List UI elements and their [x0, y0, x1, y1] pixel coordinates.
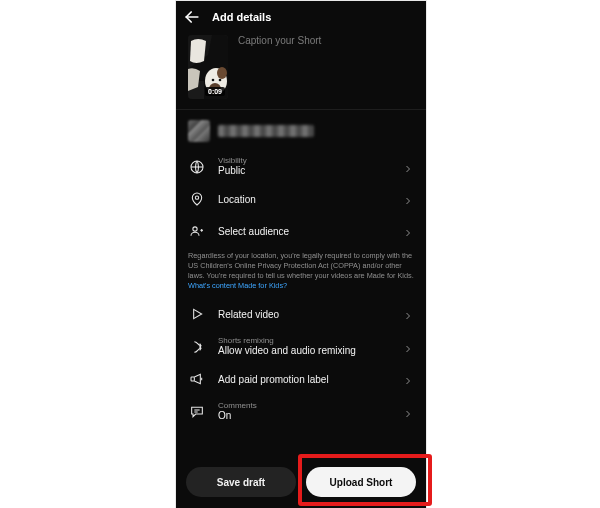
remixing-value: Allow video and audio remixing — [218, 345, 402, 356]
page-title: Add details — [212, 11, 271, 23]
svg-point-9 — [193, 227, 197, 231]
paid-promotion-row[interactable]: Add paid promotion label — [176, 363, 426, 395]
account-name-redacted — [218, 125, 314, 137]
chevron-right-icon — [402, 225, 414, 237]
chevron-right-icon — [402, 193, 414, 205]
related-video-row[interactable]: Related video — [176, 298, 426, 330]
paid-promotion-label: Add paid promotion label — [218, 374, 402, 385]
audience-row[interactable]: Select audience — [176, 215, 426, 247]
visibility-row[interactable]: Visibility Public — [176, 150, 426, 183]
remix-icon — [188, 338, 206, 356]
upload-short-button[interactable]: Upload Short — [306, 467, 416, 497]
avatar — [188, 120, 210, 142]
made-for-kids-link[interactable]: What's content Made for Kids? — [188, 281, 287, 290]
svg-point-3 — [217, 67, 227, 79]
audience-label: Select audience — [218, 226, 402, 237]
chevron-right-icon — [402, 406, 414, 418]
megaphone-icon — [188, 370, 206, 388]
caption-row[interactable]: 0:09 Caption your Short — [176, 31, 426, 109]
chevron-right-icon — [402, 373, 414, 385]
svg-point-8 — [195, 196, 198, 199]
chevron-right-icon — [402, 308, 414, 320]
globe-icon — [188, 158, 206, 176]
arrow-left-icon — [182, 7, 202, 27]
comments-value: On — [218, 410, 402, 421]
video-duration: 0:09 — [205, 87, 225, 96]
top-bar: Add details — [176, 1, 426, 31]
location-row[interactable]: Location — [176, 183, 426, 215]
comments-label: Comments — [218, 402, 402, 410]
comments-row[interactable]: Comments On — [176, 395, 426, 428]
remixing-row[interactable]: Shorts remixing Allow video and audio re… — [176, 330, 426, 363]
back-button[interactable] — [182, 7, 202, 27]
save-draft-button[interactable]: Save draft — [186, 467, 296, 497]
chevron-right-icon — [402, 161, 414, 173]
visibility-label: Visibility — [218, 157, 402, 165]
location-pin-icon — [188, 190, 206, 208]
account-row[interactable] — [176, 110, 426, 150]
footer-actions: Save draft Upload Short — [176, 457, 426, 508]
disclaimer-text: Regardless of your location, you're lega… — [188, 251, 414, 280]
svg-rect-10 — [191, 377, 194, 381]
play-icon — [188, 305, 206, 323]
location-label: Location — [218, 194, 402, 205]
comments-icon — [188, 403, 206, 421]
people-icon — [188, 222, 206, 240]
svg-point-5 — [219, 79, 222, 82]
related-video-label: Related video — [218, 309, 402, 320]
chevron-right-icon — [402, 341, 414, 353]
remixing-label: Shorts remixing — [218, 337, 402, 345]
svg-point-4 — [212, 79, 215, 82]
visibility-value: Public — [218, 165, 402, 176]
add-details-screen: Add details 0:09 Caption your Sho — [175, 0, 427, 508]
video-thumbnail[interactable]: 0:09 — [188, 35, 228, 99]
coppa-disclaimer: Regardless of your location, you're lega… — [176, 247, 426, 298]
caption-input[interactable]: Caption your Short — [238, 35, 321, 46]
